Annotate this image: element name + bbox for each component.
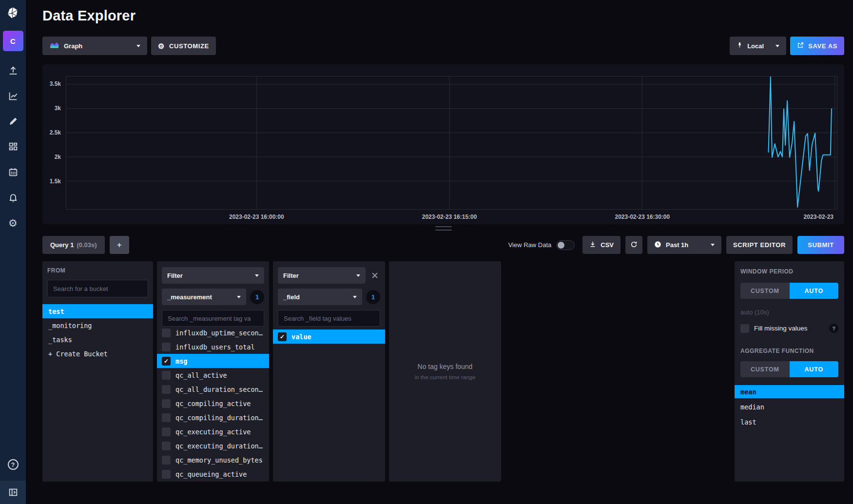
function-list-item[interactable]: mean xyxy=(735,385,844,398)
custom-tab[interactable]: CUSTOM xyxy=(740,361,790,377)
refresh-icon xyxy=(630,241,638,250)
measurement-search-input[interactable] xyxy=(162,310,264,327)
org-avatar[interactable]: C xyxy=(3,31,23,51)
tag-value-row[interactable]: qc_memory_unused_bytes xyxy=(157,453,269,467)
checkbox[interactable] xyxy=(162,456,171,465)
checkbox[interactable] xyxy=(162,427,171,436)
main-content: Data Explorer Graph ⚙ CUSTOMIZE xyxy=(26,0,853,504)
checkbox[interactable] xyxy=(162,385,171,394)
bucket-list-item[interactable]: test xyxy=(42,304,153,318)
alerts-bell-icon[interactable] xyxy=(6,191,20,204)
auto-tab[interactable]: AUTO xyxy=(790,361,839,377)
bucket-list-item[interactable]: _monitoring xyxy=(42,318,153,332)
aggregate-segmented: CUSTOM AUTO xyxy=(740,361,838,377)
view-type-dropdown[interactable]: Graph xyxy=(42,37,147,55)
tag-key-dropdown[interactable]: _field xyxy=(278,289,362,305)
checkbox[interactable]: ✓ xyxy=(162,357,171,366)
selected-count-badge: 1 xyxy=(366,290,380,304)
tag-value-row[interactable]: qc_queueing_active xyxy=(157,467,269,481)
checkbox[interactable] xyxy=(162,413,171,422)
dashboards-icon[interactable] xyxy=(6,140,20,154)
checkbox[interactable] xyxy=(162,371,171,380)
tag-value-row[interactable]: qc_executing_duration… xyxy=(157,439,269,453)
sidebar: C ⚙ ? xyxy=(0,0,26,504)
tag-value-row[interactable]: qc_compiling_duration… xyxy=(157,410,269,425)
tag-value-row[interactable]: qc_executing_active xyxy=(157,425,269,439)
tag-key-label: _field xyxy=(283,293,300,301)
aggregate-function-list: meanmedianlast xyxy=(735,385,844,428)
gear-icon: ⚙ xyxy=(158,42,165,50)
query-bar: Query 1 (0.03s) + View Raw Data CSV xyxy=(42,236,844,254)
help-icon[interactable]: ? xyxy=(8,459,19,470)
chevron-down-icon xyxy=(353,296,357,298)
auto-tab[interactable]: AUTO xyxy=(790,283,839,299)
save-as-button[interactable]: SAVE AS xyxy=(790,37,844,55)
tag-value-row[interactable]: qc_compiling_active xyxy=(157,396,269,410)
upload-data-icon[interactable] xyxy=(6,64,20,78)
filter-type-dropdown[interactable]: Filter xyxy=(278,267,366,284)
filter-type-dropdown[interactable]: Filter xyxy=(162,267,264,284)
tag-value-row[interactable]: qc_all_duration_secon… xyxy=(157,382,269,396)
export-icon xyxy=(797,42,804,50)
chevron-down-icon xyxy=(136,45,140,47)
app-root: C ⚙ ? xyxy=(0,0,853,504)
view-raw-data-toggle[interactable] xyxy=(556,240,575,250)
window-period-header: WINDOW PERIOD xyxy=(740,268,838,275)
expand-sidebar-section xyxy=(0,481,26,504)
checkbox[interactable] xyxy=(162,399,171,408)
checkbox[interactable] xyxy=(162,470,171,479)
custom-tab[interactable]: CUSTOM xyxy=(740,283,790,299)
view-type-label: Graph xyxy=(64,42,82,50)
tag-value-row[interactable]: influxdb_uptime_secon… xyxy=(157,326,269,340)
toolbar: Graph ⚙ CUSTOMIZE Local xyxy=(42,37,844,55)
avatar-letter: C xyxy=(10,37,16,45)
bucket-list-item[interactable]: _tasks xyxy=(42,332,153,347)
window-period-segmented: CUSTOM AUTO xyxy=(740,283,838,299)
add-query-button[interactable]: + xyxy=(110,236,129,254)
tag-value-row[interactable]: ✓ value xyxy=(273,330,385,344)
close-icon[interactable]: ✕ xyxy=(369,270,380,281)
bucket-list-item[interactable]: + Create Bucket xyxy=(42,347,153,361)
tag-value-row[interactable]: ✓ msg xyxy=(157,354,269,368)
bucket-search-input[interactable] xyxy=(47,280,148,297)
local-dropdown[interactable]: Local xyxy=(730,37,786,55)
tag-value-row[interactable]: influxdb_users_total xyxy=(157,340,269,354)
resize-handle[interactable] xyxy=(435,226,452,231)
expand-sidebar-icon[interactable] xyxy=(6,485,20,499)
from-header: FROM xyxy=(47,267,148,274)
checkbox[interactable] xyxy=(162,442,171,450)
settings-gear-icon[interactable]: ⚙ xyxy=(6,216,20,230)
y-axis: 3.5k3k2.5k2k1.5k xyxy=(42,76,64,210)
tag-key-dropdown[interactable]: _measurement xyxy=(162,289,246,305)
influxdb-logo-icon[interactable] xyxy=(0,0,26,26)
y-tick-label: 1.5k xyxy=(50,178,61,185)
function-list-item[interactable]: last xyxy=(735,415,844,428)
fill-missing-checkbox[interactable] xyxy=(740,324,749,333)
tasks-calendar-icon[interactable] xyxy=(6,165,20,179)
function-list-item[interactable]: median xyxy=(735,400,844,413)
csv-label: CSV xyxy=(601,241,614,249)
help-question-icon[interactable]: ? xyxy=(829,324,838,333)
submit-button[interactable]: SUBMIT xyxy=(797,236,844,254)
page-title: Data Explorer xyxy=(42,8,844,24)
refresh-button[interactable] xyxy=(625,236,642,254)
empty-subtitle: in the current time range xyxy=(415,374,476,380)
customize-button[interactable]: ⚙ CUSTOMIZE xyxy=(151,37,216,55)
y-tick-label: 2k xyxy=(55,154,61,160)
auto-window-value: auto (10s) xyxy=(740,309,838,316)
csv-download-button[interactable]: CSV xyxy=(582,236,620,254)
field-search-input[interactable] xyxy=(278,310,380,327)
chevron-down-icon xyxy=(255,274,259,277)
notebooks-icon[interactable] xyxy=(6,115,20,128)
script-editor-button[interactable]: SCRIPT EDITOR xyxy=(726,236,793,254)
y-tick-label: 2.5k xyxy=(50,129,61,136)
line-chart[interactable] xyxy=(66,76,837,210)
checkbox[interactable] xyxy=(162,329,171,337)
checkbox[interactable]: ✓ xyxy=(278,332,287,341)
tag-value-row[interactable]: qc_all_active xyxy=(157,368,269,382)
fill-missing-label: Fill missing values xyxy=(754,325,808,332)
query-tab[interactable]: Query 1 (0.03s) xyxy=(42,236,105,254)
time-range-dropdown[interactable]: Past 1h xyxy=(647,236,721,254)
checkbox[interactable] xyxy=(162,343,171,351)
data-explorer-icon[interactable] xyxy=(6,89,20,103)
